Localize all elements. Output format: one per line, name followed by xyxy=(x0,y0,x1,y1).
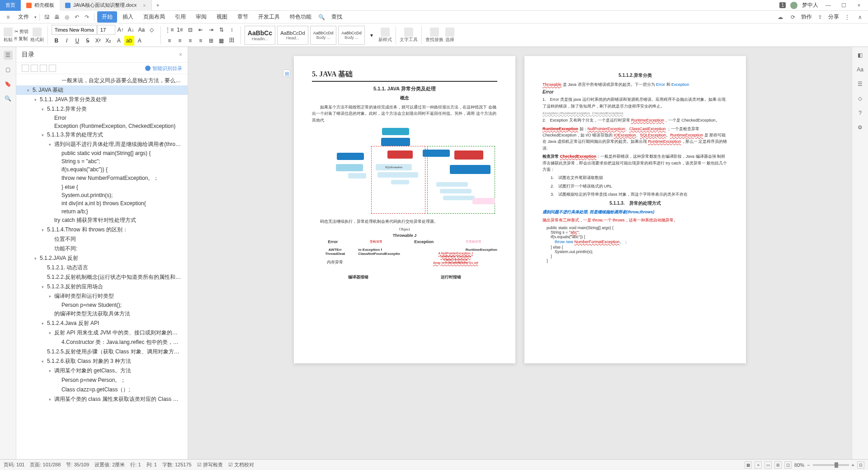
share-icon[interactable]: ⇪ xyxy=(816,13,825,22)
chevron-icon[interactable]: ▾ xyxy=(49,294,54,299)
status-doccheck[interactable]: ☑ 文档校对 xyxy=(228,461,254,468)
align-center-button[interactable]: ≡ xyxy=(175,36,185,46)
hamburger-icon[interactable]: ≡ xyxy=(4,13,13,22)
toc-item[interactable]: 的编译时类型无法获取具体方法 xyxy=(16,309,188,319)
toc-item[interactable]: ▾编译时类型和运行时类型 xyxy=(16,291,188,301)
toc-item[interactable]: Class clazz=p.getClass（）; xyxy=(16,385,188,395)
strikethrough-button[interactable]: S̶ xyxy=(83,36,93,46)
select-button[interactable]: 选择 xyxy=(445,28,454,43)
toc-item[interactable]: 4.Constructor 类：Java.lang.reflec 包中的类，表示… xyxy=(16,338,188,347)
toc-item[interactable]: Person p=new Student(); xyxy=(16,301,188,309)
undo-icon[interactable]: ↶ xyxy=(72,13,81,22)
chevron-icon[interactable]: ▾ xyxy=(42,107,47,112)
toc-item[interactable]: Error xyxy=(16,114,188,122)
change-case-icon[interactable]: Aa xyxy=(137,25,146,35)
toc-item[interactable]: Exception (RuntimeException, CheckedExce… xyxy=(16,122,188,130)
bullets-button[interactable]: ⋮≡ xyxy=(165,25,175,35)
style-body1[interactable]: AaBbCcDdBody ... xyxy=(310,26,337,45)
char-border-button[interactable]: A xyxy=(135,36,145,46)
paste-button[interactable]: 粘贴 xyxy=(4,28,13,43)
outline-icon[interactable]: ☰ xyxy=(4,51,13,60)
decrease-font-icon[interactable]: A↓ xyxy=(126,25,136,35)
menu-dev-tools[interactable]: 开发工具 xyxy=(254,11,284,23)
chevron-icon[interactable]: ▾ xyxy=(34,98,40,102)
distribute-button[interactable]: ⊞ xyxy=(206,36,216,46)
toc-item[interactable]: Person p=new Person。； xyxy=(16,376,188,385)
styles-pane-icon[interactable]: Aa xyxy=(856,65,865,74)
toc-item[interactable]: } else { xyxy=(16,183,188,191)
status-colwidth[interactable]: 设置值: 2厘米 xyxy=(94,461,125,468)
close-tab-icon[interactable]: × xyxy=(143,3,146,8)
settings-icon[interactable]: ⚙ xyxy=(856,123,865,132)
chevron-icon[interactable]: ▾ xyxy=(42,133,47,137)
toc-item[interactable]: ▾5.1.2.JAVA 反射 xyxy=(16,254,188,263)
chevron-icon[interactable]: ▾ xyxy=(49,142,54,147)
chevron-icon[interactable]: ▾ xyxy=(27,88,33,93)
toc-item[interactable]: ▾反射 API 用来生成 JVM 中的类、接口或则对象的信息。 xyxy=(16,328,188,338)
toc-item[interactable]: throw new NumberFormatException。； xyxy=(16,174,188,183)
menu-search[interactable]: 查找 xyxy=(327,11,347,23)
print-icon[interactable]: 🖶 xyxy=(52,13,61,22)
superscript-button[interactable]: X² xyxy=(93,36,103,46)
chevron-icon[interactable]: ▾ xyxy=(42,359,47,364)
zoom-value[interactable]: 80% xyxy=(794,462,804,468)
toc-close-icon[interactable]: × xyxy=(179,52,182,58)
numbering-button[interactable]: 1≡ xyxy=(175,25,185,35)
zoom-icon[interactable]: 🔍 xyxy=(4,94,13,103)
share-button[interactable]: 分享 xyxy=(828,13,839,21)
line-spacing-button[interactable]: ↕ xyxy=(227,25,237,35)
menu-references[interactable]: 引用 xyxy=(170,11,190,23)
maximize-button[interactable]: ☐ xyxy=(838,2,849,9)
toc-item[interactable]: return a/b;} xyxy=(16,207,188,216)
zoom-out-button[interactable]: − xyxy=(807,462,810,468)
text-direction-button[interactable]: ⇅ xyxy=(217,25,226,35)
style-heading2[interactable]: AaBbCcDdHead... xyxy=(277,26,308,45)
status-section[interactable]: 节: 35/109 xyxy=(66,461,89,468)
search-icon[interactable]: 🔍 xyxy=(317,13,326,22)
toc-item[interactable]: ▾5.1.1.2.异常分类 xyxy=(16,104,188,114)
tab-document[interactable]: JAVA核心面试知识整理.docx × xyxy=(60,0,152,11)
minimize-button[interactable]: — xyxy=(823,2,834,9)
toc-item[interactable]: try catch 捕获异常针对性处理方式 xyxy=(16,216,188,225)
status-spellcheck[interactable]: ☑ 拼写检查 xyxy=(197,461,223,468)
menu-review[interactable]: 审阅 xyxy=(191,11,211,23)
toc-item[interactable]: 位置不同 xyxy=(16,235,188,244)
shapes-icon[interactable]: ◇ xyxy=(856,94,865,103)
menu-features[interactable]: 特色功能 xyxy=(285,11,316,23)
font-name-select[interactable] xyxy=(52,25,97,35)
menu-insert[interactable]: 插入 xyxy=(118,11,138,23)
thumbnail-icon[interactable]: ▢ xyxy=(4,65,13,74)
toc-item[interactable]: ▾5.1.1.4.Throw 和 throws 的区别： xyxy=(16,225,188,235)
copy-button[interactable]: ⎘ 复制 xyxy=(14,36,28,42)
toc-smart-detect[interactable]: 智能识别目录 xyxy=(145,65,182,72)
font-color-button[interactable]: A xyxy=(114,36,124,46)
status-row[interactable]: 行: 1 xyxy=(130,461,141,468)
view-outline-icon[interactable]: ≡ xyxy=(755,461,762,469)
increase-indent-button[interactable]: ⇥ xyxy=(206,25,216,35)
chevron-icon[interactable]: ▾ xyxy=(34,256,40,261)
toc-view-1[interactable] xyxy=(22,65,29,72)
tab-templates[interactable]: 稻壳模板 xyxy=(21,0,60,11)
toc-item[interactable]: ▾5. JAVA 基础 xyxy=(16,85,188,95)
notification-badge[interactable]: 1 xyxy=(779,2,786,8)
status-col[interactable]: 列: 1 xyxy=(146,461,157,468)
toc-item[interactable]: ▾5.1.2.6.获取 Class 对象的 3 种方法 xyxy=(16,357,188,366)
toc-item[interactable]: ▾5.1.1. JAVA 异常分类及处理 xyxy=(16,95,188,104)
toc-item[interactable]: 一般来说，自定义同步器要么是独占方法，要么是共享方... xyxy=(16,76,188,85)
more-icon[interactable]: ⋮ xyxy=(843,13,852,22)
chevron-icon[interactable]: ▾ xyxy=(49,397,54,402)
view-web-icon[interactable]: ⊞ xyxy=(774,461,782,469)
bookmark-icon[interactable]: 🔖 xyxy=(4,80,13,89)
toc-view-3[interactable] xyxy=(40,65,47,72)
toc-item[interactable]: ▾5.1.2.3.反射的应用场合 xyxy=(16,282,188,291)
toc-item[interactable]: 5.1.2.2.反射机制概念(运行状态中知道类所有的属性和方法) xyxy=(16,273,188,282)
status-pages[interactable]: 页面: 101/288 xyxy=(30,461,61,468)
properties-icon[interactable]: ◧ xyxy=(856,51,865,60)
align-right-button[interactable]: ≡ xyxy=(185,36,195,46)
highlight-button[interactable]: ab xyxy=(124,36,134,46)
align-justify-button[interactable]: ≡ xyxy=(196,36,206,46)
find-replace-button[interactable]: 查找替换 xyxy=(425,28,443,43)
decrease-indent-button[interactable]: ⇤ xyxy=(196,25,206,35)
toc-item[interactable]: ▾5.1.2.4.Java 反射 API xyxy=(16,319,188,328)
italic-button[interactable]: I xyxy=(62,36,72,46)
